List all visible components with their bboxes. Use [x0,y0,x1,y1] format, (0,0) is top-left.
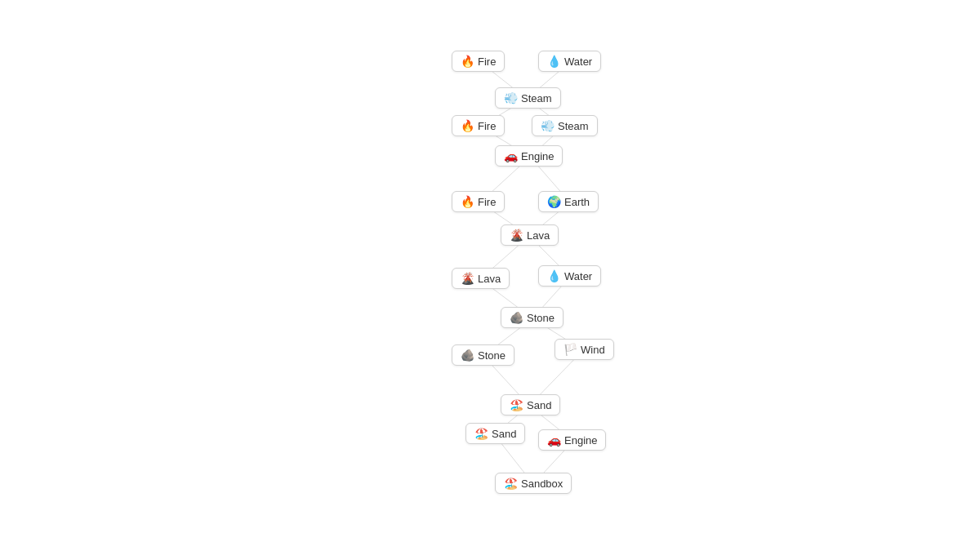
node-icon-water1: 💧 [547,55,561,68]
node-label-lava1: Lava [527,229,550,242]
node-water1[interactable]: 💧Water [538,51,601,72]
node-sand1[interactable]: 🏖️Sand [501,394,560,415]
node-icon-wind1: 🏳️ [564,343,577,356]
node-icon-stone2: 🪨 [461,349,474,362]
node-label-fire2: Fire [478,120,496,132]
node-stone2[interactable]: 🪨Stone [452,344,514,366]
node-icon-water2: 💧 [547,269,561,282]
node-label-engine1: Engine [521,150,554,162]
node-icon-fire1: 🔥 [461,55,474,68]
node-engine1[interactable]: 🚗Engine [495,145,563,167]
node-steam2[interactable]: 💨Steam [532,115,598,136]
node-icon-lava2: 🌋 [461,272,474,285]
node-icon-steam2: 💨 [541,119,555,132]
node-icon-fire3: 🔥 [461,195,474,208]
node-icon-sandbox1: 🏖️ [504,477,518,490]
node-label-steam1: Steam [521,92,552,104]
node-label-earth1: Earth [564,196,590,208]
node-label-fire1: Fire [478,56,496,68]
node-label-water2: Water [564,270,592,282]
node-lava2[interactable]: 🌋Lava [452,268,510,289]
node-engine2[interactable]: 🚗Engine [538,429,606,451]
node-label-water1: Water [564,56,592,68]
node-label-steam2: Steam [558,120,589,132]
node-icon-steam1: 💨 [504,91,518,104]
node-sandbox1[interactable]: 🏖️Sandbox [495,473,572,494]
node-icon-engine1: 🚗 [504,149,518,162]
node-label-fire3: Fire [478,196,496,208]
canvas: 🔥Fire💧Water💨Steam🔥Fire💨Steam🚗Engine🔥Fire… [0,0,980,551]
node-sand2[interactable]: 🏖️Sand [466,423,525,444]
node-water2[interactable]: 💧Water [538,265,601,287]
node-fire2[interactable]: 🔥Fire [452,115,505,136]
node-label-lava2: Lava [478,273,501,285]
node-fire3[interactable]: 🔥Fire [452,191,505,212]
node-icon-sand1: 🏖️ [510,398,523,411]
node-label-sand2: Sand [492,428,516,440]
node-icon-sand2: 🏖️ [474,427,488,440]
node-label-engine2: Engine [564,434,597,447]
node-label-wind1: Wind [581,344,605,356]
node-fire1[interactable]: 🔥Fire [452,51,505,72]
node-label-stone1: Stone [527,312,555,324]
node-steam1[interactable]: 💨Steam [495,87,561,109]
node-icon-stone1: 🪨 [510,311,523,324]
node-label-sand1: Sand [527,399,551,411]
node-label-stone2: Stone [478,349,506,362]
node-label-sandbox1: Sandbox [521,478,563,490]
node-stone1[interactable]: 🪨Stone [501,307,564,328]
node-lava1[interactable]: 🌋Lava [501,224,559,246]
node-earth1[interactable]: 🌍Earth [538,191,599,212]
node-icon-engine2: 🚗 [547,433,561,447]
node-icon-lava1: 🌋 [510,229,523,242]
node-icon-earth1: 🌍 [547,195,561,208]
node-icon-fire2: 🔥 [461,119,474,132]
node-wind1[interactable]: 🏳️Wind [555,339,614,360]
